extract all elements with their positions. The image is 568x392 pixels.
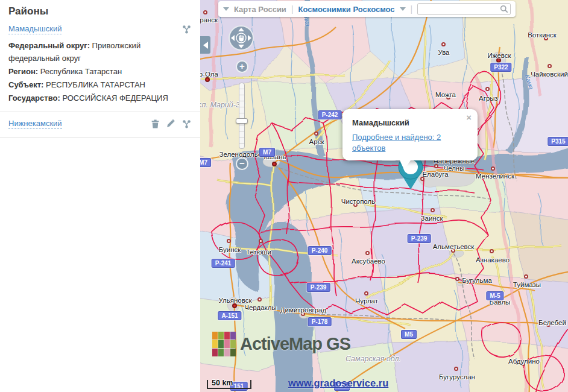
detail-value: РОССИЙСКАЯ ФЕДЕРАЦИЯ [62,93,168,103]
district-item: Нижнекамский [0,118,200,131]
divider [0,112,200,112]
pan-up-arrow-icon[interactable] [238,28,244,31]
show-on-map-icon[interactable] [181,119,192,129]
detail-label: Государство: [8,93,60,103]
detail-value: РЕСПУБЛИКА ТАТАРСТАН [46,80,145,89]
sidebar-collapse-button[interactable] [200,36,210,54]
activemap-logo-icon [212,332,236,356]
pan-down-arrow-icon[interactable] [238,45,244,48]
popup-details-link[interactable]: Подробнее и найдено: 2 объектов [352,133,441,153]
detail-value: Республика Татарстан [40,67,122,76]
logo-tile [230,332,236,340]
pan-control[interactable] [229,25,254,51]
pan-hand-icon [236,33,247,43]
logo-tile [218,340,224,348]
chevron-left-icon [203,42,208,49]
divider [0,137,200,138]
edit-icon[interactable] [166,119,176,129]
logo-tile [224,332,230,340]
layer-option-satellite[interactable]: Космоснимки Роскосмос [298,5,395,14]
show-on-map-icon[interactable] [181,24,192,34]
separator: | [291,4,294,14]
map-search-input[interactable] [417,3,511,15]
detail-label: Регион: [8,67,38,76]
separator: | [411,4,413,14]
logo-tile [224,349,230,356]
scale-label: 50 km [212,379,233,387]
districts-panel: Районы Мамадышский Федеральный округ: [0,0,200,392]
zoom-out-button[interactable]: − [236,157,248,170]
district-details: Федеральный округ: Приволжский федеральн… [0,37,200,106]
district-link-mamadyshsky[interactable]: Мамадышский [8,24,62,34]
panel-title: Районы [0,0,200,19]
satellite-layer-caret-icon[interactable] [400,7,406,11]
popup-close-icon[interactable]: × [466,113,472,122]
logo-tile [212,340,218,348]
zoom-slider-handle[interactable] [236,118,248,124]
district-item: Мамадышский Федеральный округ: Приволжск… [0,19,200,106]
scale-bar: 50 km [207,380,251,389]
activemap-app: Районы Мамадышский Федеральный округ: [0,0,568,392]
zoom-slider-track[interactable] [239,83,245,149]
delete-icon[interactable] [150,119,160,129]
district-link-nizhnekamsky[interactable]: Нижнекамский [8,119,62,129]
zoom-in-button[interactable]: + [236,60,248,73]
logo-tile [230,340,236,348]
layer-switcher-bar: Карта России | Космоснимки Роскосмос | [218,1,516,17]
pan-left-arrow-icon[interactable] [231,35,235,41]
map-canvas[interactable]: ЯранскЙошкар-ОлаЗеленодольскКазаньАрскУв… [200,0,568,392]
activemap-logo: ActiveMap GS [212,332,350,356]
popup-title: Мамадышский [352,118,468,127]
attribution-link[interactable]: www.gradoservice.ru [288,378,388,389]
logo-tile [212,332,218,340]
logo-tile [218,332,224,340]
feature-popup: × Мамадышский Подробнее и найдено: 2 объ… [342,109,478,160]
detail-label: Федеральный округ: [8,41,90,50]
logo-tile [212,349,218,356]
layer-option-base[interactable]: Карта России [234,5,286,14]
detail-label: Субъект: [8,80,43,89]
search-icon[interactable] [500,5,508,13]
pan-right-arrow-icon[interactable] [248,35,251,41]
activemap-logo-text: ActiveMap GS [240,334,350,354]
logo-tile [224,340,230,348]
logo-tile [230,349,236,356]
base-layer-caret-icon[interactable] [223,7,229,11]
logo-tile [218,349,224,356]
